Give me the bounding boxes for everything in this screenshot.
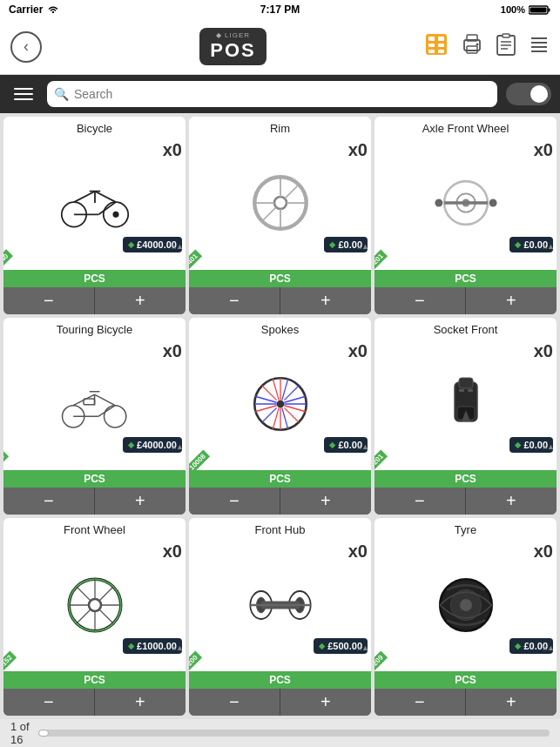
decrease-button[interactable]: − <box>3 488 95 515</box>
search-input[interactable] <box>74 87 490 101</box>
products-grid: Bicycle x0 £4000.00 x▲ 40 PCS − + Rim x0… <box>0 113 560 719</box>
decrease-button[interactable]: − <box>189 287 280 314</box>
svg-rect-6 <box>428 44 435 47</box>
quantity-badge: x0 <box>534 140 553 160</box>
product-title: Bicycle <box>3 117 186 137</box>
product-image-area: x0 £0.00 x▲ 201 <box>374 338 557 471</box>
logo-sub: ◆ LIGER <box>210 31 255 39</box>
product-image-area: x0 £500.00 x▲ 200 <box>189 538 371 671</box>
decrease-button[interactable]: − <box>3 689 95 716</box>
product-image-area: x0 £0.00 x▲ 10008 <box>189 338 371 471</box>
stock-badge: 201 <box>374 450 388 470</box>
unit-label: PCS <box>189 671 371 689</box>
decrease-button[interactable]: − <box>189 488 280 515</box>
status-time: 7:17 PM <box>260 3 300 16</box>
battery-icon <box>529 4 551 16</box>
qty-controls: − + <box>374 488 557 515</box>
svg-rect-5 <box>438 37 444 41</box>
product-card-6: Socket Front x0 £0.00 x▲ 201 PCS − + <box>374 318 557 515</box>
product-card-8: Front Hub x0 £500.00 x▲ 200 PCS − + <box>189 518 371 716</box>
x-mark: x▲ <box>543 643 555 652</box>
product-card-5: Spokes x0 £0.00 x▲ 10008 PCS − + <box>189 318 371 515</box>
product-image-area: x0 £4000.00 x▲ 40 <box>3 137 186 270</box>
stock-badge: 40 <box>3 249 13 266</box>
svg-rect-12 <box>467 46 477 53</box>
qty-controls: − + <box>3 287 186 314</box>
toolbar: 🔍 ALL <box>0 75 560 113</box>
product-image-area: x0 £1000.00 x▲ 152 <box>3 538 186 671</box>
increase-button[interactable]: + <box>280 488 372 515</box>
qty-controls: − + <box>374 689 557 716</box>
stock-badge: 152 <box>3 650 17 670</box>
logo-box: ◆ LIGER POS <box>199 28 266 65</box>
increase-button[interactable]: + <box>95 488 186 515</box>
quantity-badge: x0 <box>163 140 182 160</box>
qty-controls: − + <box>189 287 371 314</box>
stock-badge: 201 <box>374 249 388 269</box>
x-mark: x▲ <box>543 442 555 451</box>
bottom-bar: 1 of16 <box>0 719 560 747</box>
product-card-3: Axle Front Wheel x0 £0.00 x▲ 201 PCS − + <box>374 117 557 314</box>
product-image <box>431 374 501 434</box>
product-title: Rim <box>189 117 371 137</box>
top-nav: ‹ ◆ LIGER POS <box>0 19 560 75</box>
quantity-badge: x0 <box>534 341 553 361</box>
qty-controls: − + <box>374 287 557 314</box>
unit-label: PCS <box>374 470 557 488</box>
increase-button[interactable]: + <box>466 287 557 314</box>
calculator-icon[interactable] <box>424 32 449 62</box>
progress-bar <box>38 730 550 737</box>
qty-controls: − + <box>189 488 371 515</box>
unit-label: PCS <box>3 470 186 488</box>
stock-badge: 200 <box>189 650 202 670</box>
product-image <box>246 374 315 434</box>
decrease-button[interactable]: − <box>374 488 466 515</box>
list-icon[interactable] <box>529 34 550 60</box>
increase-button[interactable]: + <box>466 488 557 515</box>
decrease-button[interactable]: − <box>189 689 280 716</box>
unit-label: PCS <box>374 270 557 287</box>
quantity-badge: x0 <box>534 542 553 562</box>
product-image-area: x0 £0.00 x▲ 209 <box>374 538 557 671</box>
search-icon: 🔍 <box>54 87 69 101</box>
increase-button[interactable]: + <box>95 287 186 314</box>
product-image <box>60 374 130 434</box>
product-title: Tyre <box>374 518 557 538</box>
increase-button[interactable]: + <box>280 287 372 314</box>
stock-badge: 6 <box>3 450 9 465</box>
product-image-area: x0 £0.00 x▲ 401 <box>189 137 371 270</box>
product-image <box>246 575 315 636</box>
back-button[interactable]: ‹ <box>10 31 42 63</box>
product-image <box>246 172 315 233</box>
svg-rect-15 <box>503 34 509 37</box>
printer-icon[interactable] <box>461 33 483 61</box>
qty-controls: − + <box>3 488 186 515</box>
menu-button[interactable] <box>9 83 38 105</box>
decrease-button[interactable]: − <box>374 287 466 314</box>
product-image <box>60 575 130 636</box>
battery-label: 100% <box>501 4 525 15</box>
qty-controls: − + <box>189 689 371 716</box>
increase-button[interactable]: + <box>95 689 186 716</box>
status-right: 100% <box>501 4 551 16</box>
x-mark: x▲ <box>358 643 369 652</box>
unit-label: PCS <box>3 270 186 287</box>
status-bar: Carrier 7:17 PM 100% <box>0 0 560 19</box>
product-title: Front Wheel <box>3 518 186 538</box>
nav-icons <box>424 32 550 62</box>
product-title: Front Hub <box>189 518 371 538</box>
back-icon: ‹ <box>24 37 29 56</box>
svg-point-13 <box>476 43 479 45</box>
svg-rect-8 <box>428 50 435 53</box>
product-image <box>431 172 501 233</box>
status-left: Carrier <box>9 3 60 16</box>
unit-label: PCS <box>374 671 557 689</box>
stock-badge: 401 <box>189 249 202 269</box>
increase-button[interactable]: + <box>466 689 557 716</box>
progress-fill <box>38 730 49 737</box>
clipboard-icon[interactable] <box>496 33 516 61</box>
increase-button[interactable]: + <box>280 689 372 716</box>
decrease-button[interactable]: − <box>374 689 466 716</box>
toggle-all-button[interactable]: ALL <box>506 83 551 105</box>
decrease-button[interactable]: − <box>3 287 95 314</box>
